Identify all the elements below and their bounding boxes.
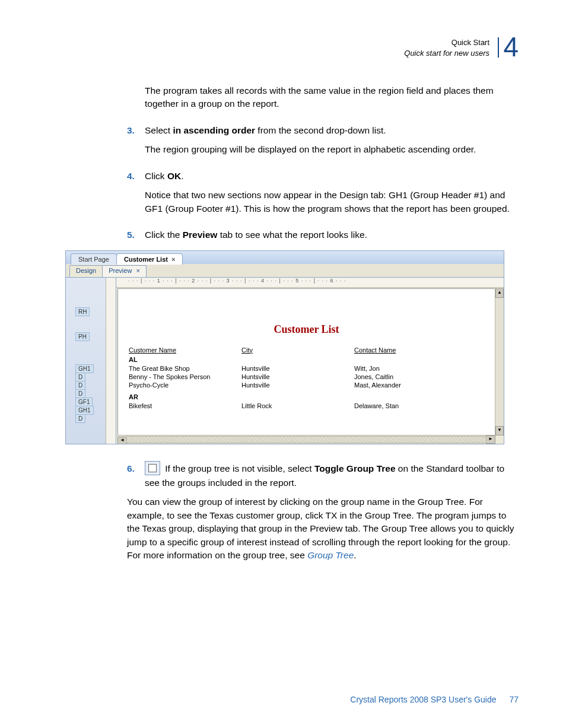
header-subtitle: Quick start for new users — [404, 49, 489, 58]
page-footer: Crystal Reports 2008 SP3 User's Guide 77 — [0, 695, 519, 704]
footer-doc-title: Crystal Reports 2008 SP3 User's Guide — [350, 695, 496, 704]
cell: Huntsville — [241, 373, 354, 381]
tab-label: Customer List — [124, 256, 168, 263]
step-3-sub: The region grouping will be displayed on… — [145, 143, 519, 156]
section-label: D — [75, 373, 85, 382]
view-tabs: Design Preview × — [66, 264, 504, 278]
document-tabs: Start Page Customer List× — [66, 251, 504, 264]
group-header: AR — [129, 393, 484, 400]
report-title: Customer List — [118, 323, 495, 336]
step-bold: Preview — [183, 230, 218, 240]
cell: Huntsville — [241, 381, 354, 389]
chapter-number: 4 — [503, 33, 519, 61]
step-bold: OK — [167, 171, 181, 181]
report-preview-screenshot: Start Page Customer List× Design Preview… — [65, 250, 504, 444]
cell: Little Rock — [241, 402, 354, 410]
step-5: 5. Click the Preview tab to see what the… — [127, 228, 519, 241]
page-header: Quick Start Quick start for new users 4 — [65, 34, 519, 61]
col-header: Customer Name — [129, 346, 241, 354]
section-label: D — [75, 381, 85, 390]
group-tree-link[interactable]: Group Tree — [307, 550, 354, 560]
data-row: The Great Bike ShopHuntsvilleWitt, Jon — [129, 364, 484, 373]
subtab-design[interactable]: Design — [69, 265, 103, 277]
close-icon[interactable]: × — [171, 256, 175, 263]
step-4: 4. Click OK. — [127, 170, 519, 183]
vertical-scrollbar[interactable]: ▲ ▼ — [495, 288, 504, 435]
section-label: RH — [75, 307, 90, 316]
step-text: Click — [145, 171, 167, 181]
report-canvas: Customer List Customer Name City Contact… — [117, 288, 495, 435]
cell: Witt, Jon — [354, 364, 484, 373]
step-number: 6. — [127, 462, 145, 489]
step-bold: in ascending order — [173, 125, 255, 135]
subtab-preview[interactable]: Preview × — [102, 265, 147, 277]
cell: Psycho-Cycle — [129, 381, 241, 389]
cell: Delaware, Stan — [354, 402, 484, 410]
step-3: 3. Select in ascending order from the se… — [127, 124, 519, 137]
group-header: AL — [129, 356, 484, 363]
step-number: 5. — [127, 228, 145, 241]
step-number: 3. — [127, 124, 145, 137]
scroll-left-icon[interactable]: ◄ — [117, 437, 127, 444]
data-row: BikefestLittle RockDelaware, Stan — [129, 402, 484, 410]
scroll-up-icon[interactable]: ▲ — [495, 288, 504, 298]
step-text: tab to see what the report looks like. — [217, 230, 367, 240]
column-headers: Customer Name City Contact Name — [129, 346, 484, 354]
step-number: 4. — [127, 170, 145, 183]
section-label: GF1 — [75, 398, 93, 406]
horizontal-scrollbar[interactable]: ◄ ► — [117, 435, 495, 444]
data-row: Psycho-CycleHuntsvilleMast, Alexander — [129, 381, 484, 389]
header-title: Quick Start — [451, 38, 489, 47]
cell: Huntsville — [241, 364, 354, 373]
cell: Bikefest — [129, 402, 241, 410]
step-text: Click the — [145, 230, 183, 240]
cell: Jones, Caitlin — [354, 373, 484, 381]
scroll-right-icon[interactable]: ► — [486, 435, 495, 444]
step-6: 6. If the group tree is not visible, sel… — [127, 462, 519, 489]
footer-page-number: 77 — [509, 695, 519, 704]
tab-customer-list[interactable]: Customer List× — [116, 253, 183, 265]
section-label: PH — [75, 332, 90, 341]
toggle-group-tree-icon — [145, 461, 160, 475]
section-label: GH1 — [75, 364, 94, 373]
scroll-down-icon[interactable]: ▼ — [495, 426, 504, 435]
close-icon[interactable]: × — [134, 267, 139, 274]
step-text: If the group tree is not visible, select — [163, 463, 314, 473]
section-label: D — [75, 389, 85, 398]
step-text: from the second drop-down list. — [255, 125, 386, 135]
step-text: . — [181, 171, 183, 181]
header-separator — [498, 37, 499, 58]
section-label: GH1 — [75, 406, 94, 415]
group-tree-paragraph: You can view the group of interest by cl… — [127, 495, 519, 562]
section-label: D — [75, 414, 85, 423]
data-row: Benny - The Spokes PersonHuntsvilleJones… — [129, 373, 484, 381]
intro-paragraph: The program takes all records with the s… — [145, 84, 519, 111]
section-gutter: RH PH GH1 D D D GF1 GH1 D — [66, 278, 116, 444]
cell: Mast, Alexander — [354, 381, 484, 389]
horizontal-ruler: · · · | · · · 1 · · · | · · · 2 · · · | … — [116, 278, 504, 288]
paragraph-text: . — [354, 550, 356, 560]
subtab-label: Preview — [109, 267, 132, 274]
step-text: Select — [145, 125, 173, 135]
cell: The Great Bike Shop — [129, 364, 241, 373]
step-bold: Toggle Group Tree — [314, 463, 396, 473]
col-header: Contact Name — [354, 346, 484, 354]
scroll-thumb[interactable] — [126, 436, 486, 443]
vertical-ruler — [106, 278, 116, 444]
step-4-sub: Notice that two new sections now appear … — [145, 189, 519, 215]
col-header: City — [241, 346, 354, 354]
tab-start-page[interactable]: Start Page — [71, 253, 117, 265]
cell: Benny - The Spokes Person — [129, 373, 241, 381]
